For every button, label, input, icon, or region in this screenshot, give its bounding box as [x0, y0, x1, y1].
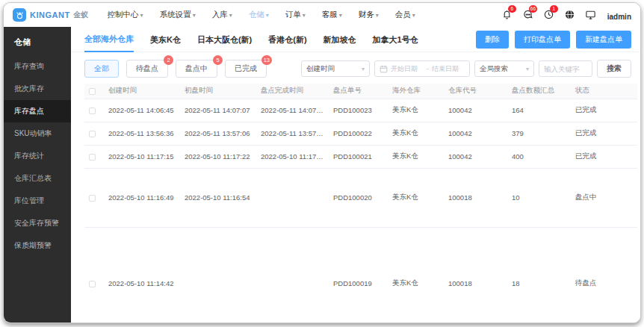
delete-button[interactable]: 删除 — [476, 31, 509, 49]
warehouse-code: 100042 — [444, 99, 507, 122]
table-header-row: 创建时间 初盘时间 盘点完成时间 盘点单号 海外仓库 仓库代号 盘点数额汇总 状… — [84, 84, 637, 99]
warehouse-code: 100018 — [444, 168, 507, 227]
chat-icon[interactable]: 66 — [522, 9, 534, 21]
brand-name-en: KINGANT — [30, 10, 70, 19]
brand-name-cn: 金蚁 — [74, 10, 89, 20]
menu-item-finance[interactable]: 财务▾ — [352, 7, 386, 23]
col-status: 状态 — [571, 84, 637, 99]
print-stocktake-button[interactable]: 打印盘点单 — [515, 31, 570, 49]
toolbar: 删除 打印盘点单 新建盘点单 — [476, 31, 631, 49]
created-time: 2022-05-11 13:56:36 — [104, 122, 180, 145]
calendar-icon — [380, 65, 388, 73]
table-row: 2022-05-10 11:17:152022-05-10 11:17:2220… — [84, 145, 637, 168]
created-time: 2022-05-10 11:16:49 — [104, 168, 180, 227]
globe-icon[interactable] — [564, 9, 576, 21]
created-time: 2022-05-10 11:14:42 — [104, 227, 180, 323]
count-total: 164 — [507, 99, 571, 122]
create-stocktake-button[interactable]: 新建盘点单 — [576, 31, 631, 49]
table-row: 2022-05-11 13:56:362022-05-11 13:57:0620… — [84, 122, 637, 145]
tab-canada-1[interactable]: 加拿大1号仓 — [373, 28, 418, 52]
chip-pending[interactable]: 待盘点2 — [126, 60, 168, 78]
sidebar-item-sku-sales-rate[interactable]: SKU动销率 — [4, 122, 71, 145]
brand-logo: KINGANT 金蚁 — [13, 8, 89, 22]
status-text: 待盘点 — [571, 227, 637, 323]
status-chips: 全部 待盘点2 盘点中5 已完成13 — [84, 60, 267, 78]
sidebar-item-warehouse-summary[interactable]: 仓库汇总表 — [4, 167, 71, 190]
row-checkbox[interactable] — [89, 195, 96, 202]
chip-pending-badge: 2 — [164, 55, 173, 65]
chevron-down-icon: ▾ — [229, 12, 232, 19]
menu-item-control-center[interactable]: 控制中心▾ — [101, 7, 150, 23]
sidebar-item-inventory-stats[interactable]: 库存统计 — [4, 145, 71, 167]
chip-completed-badge: 13 — [261, 55, 272, 65]
stocktake-table-wrap: 创建时间 初盘时间 盘点完成时间 盘点单号 海外仓库 仓库代号 盘点数额汇总 状… — [84, 84, 631, 323]
overseas-warehouse: 美东K仓 — [388, 99, 444, 122]
bell-badge: 6 — [508, 5, 516, 13]
chevron-down-icon: ▾ — [140, 12, 143, 19]
topbar-icons: 6 66 1 iadmin — [501, 9, 631, 21]
sidebar-title: 仓储 — [4, 27, 71, 55]
end-date-input[interactable] — [432, 65, 465, 72]
chevron-down-icon: ▾ — [339, 12, 342, 19]
tab-us-east-k[interactable]: 美东K仓 — [150, 28, 181, 52]
chevron-down-icon: ▾ — [266, 12, 269, 19]
date-range-picker[interactable]: - — [374, 60, 470, 77]
menu-item-warehouse[interactable]: 仓储▾ — [242, 7, 276, 23]
chip-completed[interactable]: 已完成13 — [225, 60, 267, 78]
sidebar-item-safety-stock-alert[interactable]: 安全库存预警 — [4, 212, 71, 234]
tab-all-overseas[interactable]: 全部海外仓库 — [84, 27, 134, 52]
finish-time: 2022-05-11 14:07:52 — [256, 99, 329, 122]
col-first-count: 初盘时间 — [180, 84, 256, 99]
first-count-time: 2022-05-11 14:07:07 — [180, 99, 256, 122]
col-order-no: 盘点单号 — [329, 84, 388, 99]
overseas-warehouse: 美东K仓 — [388, 168, 444, 227]
overseas-warehouse: 美东K仓 — [388, 122, 444, 145]
count-total: 18 — [507, 227, 571, 323]
col-total: 盘点数额汇总 — [507, 84, 571, 99]
sidebar-item-inventory-query[interactable]: 库存查询 — [4, 55, 71, 78]
chip-all[interactable]: 全部 — [84, 60, 119, 78]
tab-singapore[interactable]: 新加坡仓 — [323, 28, 356, 52]
chevron-down-icon: ▾ — [526, 66, 529, 72]
sidebar-item-batch-inventory[interactable]: 批次库存 — [4, 78, 71, 100]
sidebar-item-location-management[interactable]: 库位管理 — [4, 190, 71, 212]
overseas-warehouse: 美东K仓 — [388, 227, 444, 323]
search-scope-select[interactable]: 全局搜索▾ — [474, 60, 534, 77]
bell-icon[interactable]: 6 — [501, 9, 513, 21]
count-total: 400 — [507, 145, 571, 168]
current-user[interactable]: iadmin — [607, 13, 631, 21]
first-count-time: 2022-05-10 11:16:54 — [180, 168, 256, 227]
status-text: 已完成 — [571, 145, 637, 168]
row-checkbox-cell — [84, 145, 104, 168]
time-field-select[interactable]: 创建时间▾ — [301, 60, 370, 77]
chip-counting[interactable]: 盘点中5 — [176, 60, 217, 78]
sidebar: 仓储 库存查询 批次库存 库存盘点 SKU动销率 库存统计 仓库汇总表 库位管理… — [4, 27, 71, 323]
tab-japan-osaka[interactable]: 日本大阪仓(新) — [197, 28, 252, 52]
row-checkbox[interactable] — [89, 108, 96, 114]
status-text: 已完成 — [571, 122, 637, 145]
monitor-icon[interactable] — [585, 9, 597, 21]
sidebar-item-stocktake[interactable]: 库存盘点 — [4, 100, 71, 122]
menu-item-customer-service[interactable]: 客服▾ — [315, 7, 349, 23]
menu-item-orders[interactable]: 订单▾ — [279, 7, 312, 23]
select-all-checkbox[interactable] — [89, 88, 96, 95]
top-navbar: KINGANT 金蚁 控制中心▾ 系统设置▾ 入库▾ 仓储▾ 订单▾ 客服▾ 财… — [4, 3, 640, 27]
row-checkbox[interactable] — [89, 154, 96, 161]
chevron-down-icon: ▾ — [362, 66, 365, 72]
menu-item-inbound[interactable]: 入库▾ — [205, 7, 239, 23]
search-button[interactable]: 搜索 — [597, 60, 631, 78]
count-total: 379 — [507, 122, 571, 145]
clock-badge: 1 — [550, 5, 558, 13]
menu-item-system-settings[interactable]: 系统设置▾ — [153, 7, 202, 23]
tab-hongkong[interactable]: 香港仓(新) — [268, 28, 306, 52]
start-date-input[interactable] — [391, 65, 424, 72]
sidebar-item-expiry-alert[interactable]: 保质期预警 — [4, 234, 71, 257]
chevron-down-icon: ▾ — [303, 12, 306, 19]
row-checkbox[interactable] — [89, 131, 96, 137]
menu-item-members[interactable]: 会员▾ — [388, 7, 422, 23]
main-content: 全部海外仓库 美东K仓 日本大阪仓(新) 香港仓(新) 新加坡仓 加拿大1号仓 … — [71, 27, 640, 323]
keyword-input[interactable] — [539, 60, 592, 77]
clock-icon[interactable]: 1 — [543, 9, 555, 21]
row-checkbox-cell — [84, 122, 104, 145]
row-checkbox[interactable] — [89, 281, 96, 287]
